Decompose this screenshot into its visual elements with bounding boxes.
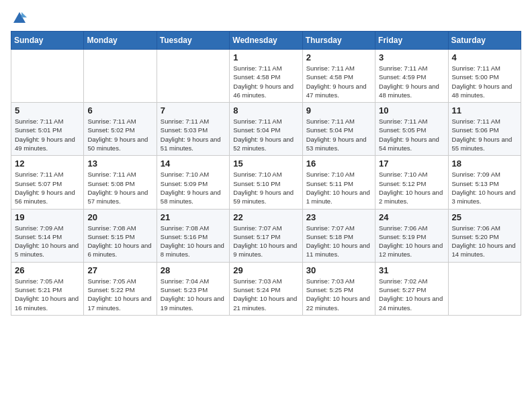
calendar-week-row: 5Sunrise: 7:11 AM Sunset: 5:01 PM Daylig…: [11, 103, 521, 156]
day-number: 11: [452, 105, 517, 116]
calendar-cell: 26Sunrise: 7:05 AM Sunset: 5:21 PM Dayli…: [11, 262, 84, 315]
calendar-cell: [11, 50, 84, 103]
day-info: Sunrise: 7:02 AM Sunset: 5:27 PM Dayligh…: [379, 277, 444, 312]
day-number: 24: [379, 212, 444, 222]
calendar-header-saturday: Saturday: [448, 32, 521, 50]
day-number: 13: [87, 158, 152, 169]
day-number: 5: [15, 105, 80, 116]
day-number: 4: [452, 52, 517, 62]
calendar-cell: 30Sunrise: 7:03 AM Sunset: 5:25 PM Dayli…: [302, 262, 375, 315]
day-number: 28: [161, 265, 226, 275]
day-number: 20: [87, 212, 152, 222]
calendar-cell: 16Sunrise: 7:10 AM Sunset: 5:11 PM Dayli…: [302, 156, 375, 209]
calendar-cell: 23Sunrise: 7:07 AM Sunset: 5:18 PM Dayli…: [302, 209, 375, 262]
day-info: Sunrise: 7:06 AM Sunset: 5:19 PM Dayligh…: [379, 224, 444, 259]
calendar-header-wednesday: Wednesday: [230, 32, 302, 50]
calendar-cell: 29Sunrise: 7:03 AM Sunset: 5:24 PM Dayli…: [230, 262, 302, 315]
day-info: Sunrise: 7:04 AM Sunset: 5:23 PM Dayligh…: [161, 277, 226, 312]
calendar-header-monday: Monday: [84, 32, 157, 50]
calendar-cell: 6Sunrise: 7:11 AM Sunset: 5:02 PM Daylig…: [84, 103, 157, 156]
day-info: Sunrise: 7:06 AM Sunset: 5:20 PM Dayligh…: [452, 224, 517, 259]
day-number: 26: [15, 265, 80, 275]
calendar-cell: 13Sunrise: 7:11 AM Sunset: 5:08 PM Dayli…: [84, 156, 157, 209]
day-info: Sunrise: 7:11 AM Sunset: 5:02 PM Dayligh…: [87, 117, 152, 152]
day-info: Sunrise: 7:05 AM Sunset: 5:21 PM Dayligh…: [15, 277, 80, 312]
calendar-week-row: 19Sunrise: 7:09 AM Sunset: 5:14 PM Dayli…: [11, 209, 521, 262]
calendar-cell: 25Sunrise: 7:06 AM Sunset: 5:20 PM Dayli…: [448, 209, 521, 262]
calendar-cell: 20Sunrise: 7:08 AM Sunset: 5:15 PM Dayli…: [84, 209, 157, 262]
day-info: Sunrise: 7:10 AM Sunset: 5:10 PM Dayligh…: [233, 170, 298, 205]
day-number: 21: [161, 212, 226, 222]
calendar-cell: 7Sunrise: 7:11 AM Sunset: 5:03 PM Daylig…: [157, 103, 229, 156]
day-info: Sunrise: 7:10 AM Sunset: 5:09 PM Dayligh…: [161, 170, 226, 205]
calendar-cell: 2Sunrise: 7:11 AM Sunset: 4:58 PM Daylig…: [302, 50, 375, 103]
day-info: Sunrise: 7:11 AM Sunset: 5:04 PM Dayligh…: [233, 117, 298, 152]
calendar-cell: 15Sunrise: 7:10 AM Sunset: 5:10 PM Dayli…: [230, 156, 302, 209]
calendar-cell: 9Sunrise: 7:11 AM Sunset: 5:04 PM Daylig…: [302, 103, 375, 156]
calendar-cell: 22Sunrise: 7:07 AM Sunset: 5:17 PM Dayli…: [230, 209, 302, 262]
day-number: 7: [161, 105, 226, 116]
day-number: 25: [452, 212, 517, 222]
day-info: Sunrise: 7:10 AM Sunset: 5:11 PM Dayligh…: [306, 170, 371, 205]
day-info: Sunrise: 7:07 AM Sunset: 5:17 PM Dayligh…: [233, 224, 298, 259]
calendar-cell: 24Sunrise: 7:06 AM Sunset: 5:19 PM Dayli…: [375, 209, 448, 262]
calendar-cell: 21Sunrise: 7:08 AM Sunset: 5:16 PM Dayli…: [157, 209, 229, 262]
day-info: Sunrise: 7:07 AM Sunset: 5:18 PM Dayligh…: [306, 224, 371, 259]
day-info: Sunrise: 7:08 AM Sunset: 5:16 PM Dayligh…: [161, 224, 226, 259]
day-info: Sunrise: 7:03 AM Sunset: 5:25 PM Dayligh…: [306, 277, 371, 312]
day-number: 9: [306, 105, 371, 116]
day-info: Sunrise: 7:09 AM Sunset: 5:13 PM Dayligh…: [452, 170, 517, 205]
calendar-cell: 10Sunrise: 7:11 AM Sunset: 5:05 PM Dayli…: [375, 103, 448, 156]
day-number: 30: [306, 265, 371, 275]
calendar-cell: [84, 50, 157, 103]
calendar-cell: 11Sunrise: 7:11 AM Sunset: 5:06 PM Dayli…: [448, 103, 521, 156]
page-header: [11, 11, 521, 23]
calendar-header-thursday: Thursday: [302, 32, 375, 50]
logo: [11, 11, 27, 23]
calendar-cell: 17Sunrise: 7:10 AM Sunset: 5:12 PM Dayli…: [375, 156, 448, 209]
calendar-cell: 3Sunrise: 7:11 AM Sunset: 4:59 PM Daylig…: [375, 50, 448, 103]
day-info: Sunrise: 7:09 AM Sunset: 5:14 PM Dayligh…: [15, 224, 80, 259]
day-number: 22: [233, 212, 298, 222]
calendar-week-row: 1Sunrise: 7:11 AM Sunset: 4:58 PM Daylig…: [11, 50, 521, 103]
day-number: 29: [233, 265, 298, 275]
calendar-cell: [448, 262, 521, 315]
logo-icon: [12, 11, 27, 26]
calendar-cell: 14Sunrise: 7:10 AM Sunset: 5:09 PM Dayli…: [157, 156, 229, 209]
day-info: Sunrise: 7:11 AM Sunset: 4:58 PM Dayligh…: [306, 64, 371, 99]
calendar-cell: [157, 50, 229, 103]
day-number: 16: [306, 158, 371, 169]
calendar-week-row: 26Sunrise: 7:05 AM Sunset: 5:21 PM Dayli…: [11, 262, 521, 315]
day-info: Sunrise: 7:08 AM Sunset: 5:15 PM Dayligh…: [87, 224, 152, 259]
day-info: Sunrise: 7:11 AM Sunset: 4:59 PM Dayligh…: [379, 64, 444, 99]
day-info: Sunrise: 7:11 AM Sunset: 5:04 PM Dayligh…: [306, 117, 371, 152]
calendar-week-row: 12Sunrise: 7:11 AM Sunset: 5:07 PM Dayli…: [11, 156, 521, 209]
day-number: 6: [87, 105, 152, 116]
svg-marker-1: [21, 12, 27, 17]
day-info: Sunrise: 7:11 AM Sunset: 5:03 PM Dayligh…: [161, 117, 226, 152]
calendar-header-friday: Friday: [375, 32, 448, 50]
day-number: 12: [15, 158, 80, 169]
calendar-cell: 27Sunrise: 7:05 AM Sunset: 5:22 PM Dayli…: [84, 262, 157, 315]
calendar-cell: 4Sunrise: 7:11 AM Sunset: 5:00 PM Daylig…: [448, 50, 521, 103]
day-number: 14: [161, 158, 226, 169]
day-number: 31: [379, 265, 444, 275]
day-info: Sunrise: 7:11 AM Sunset: 4:58 PM Dayligh…: [233, 64, 298, 99]
day-info: Sunrise: 7:11 AM Sunset: 5:00 PM Dayligh…: [452, 64, 517, 99]
day-number: 15: [233, 158, 298, 169]
calendar-cell: 19Sunrise: 7:09 AM Sunset: 5:14 PM Dayli…: [11, 209, 84, 262]
calendar-cell: 31Sunrise: 7:02 AM Sunset: 5:27 PM Dayli…: [375, 262, 448, 315]
calendar-header-sunday: Sunday: [11, 32, 84, 50]
calendar-cell: 18Sunrise: 7:09 AM Sunset: 5:13 PM Dayli…: [448, 156, 521, 209]
calendar-header-tuesday: Tuesday: [157, 32, 229, 50]
day-number: 19: [15, 212, 80, 222]
day-number: 1: [233, 52, 298, 62]
calendar-header-row: SundayMondayTuesdayWednesdayThursdayFrid…: [11, 32, 521, 50]
day-info: Sunrise: 7:03 AM Sunset: 5:24 PM Dayligh…: [233, 277, 298, 312]
calendar-table: SundayMondayTuesdayWednesdayThursdayFrid…: [11, 31, 521, 316]
calendar-cell: 8Sunrise: 7:11 AM Sunset: 5:04 PM Daylig…: [230, 103, 302, 156]
day-info: Sunrise: 7:11 AM Sunset: 5:08 PM Dayligh…: [87, 170, 152, 205]
day-number: 3: [379, 52, 444, 62]
calendar-cell: 5Sunrise: 7:11 AM Sunset: 5:01 PM Daylig…: [11, 103, 84, 156]
calendar-cell: 1Sunrise: 7:11 AM Sunset: 4:58 PM Daylig…: [230, 50, 302, 103]
